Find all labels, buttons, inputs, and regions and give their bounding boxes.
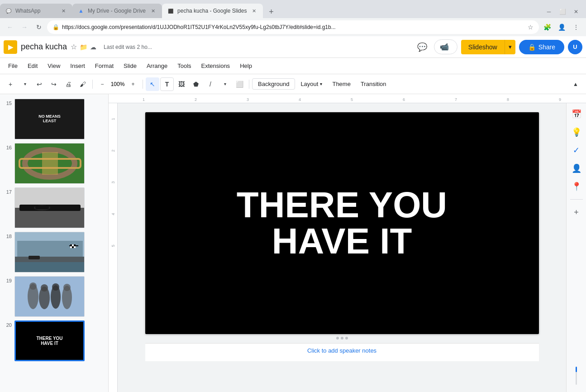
comments-button[interactable]: 💬 bbox=[414, 39, 430, 55]
slide-thumb-16[interactable]: 16 bbox=[2, 142, 106, 185]
image-tool[interactable]: 🖼 bbox=[175, 77, 188, 91]
menu-extensions[interactable]: Extensions bbox=[197, 61, 235, 71]
menu-format[interactable]: Format bbox=[91, 61, 118, 71]
toolbar-add[interactable]: + bbox=[4, 77, 17, 91]
textbox-tool[interactable]: ⬜ bbox=[233, 77, 246, 91]
app-bar-right: 💬 📹 Slideshow ▾ 🔒 Share U bbox=[414, 39, 582, 55]
meet-button[interactable]: 📹 bbox=[434, 39, 457, 54]
add-plugin-icon[interactable]: + bbox=[569, 205, 584, 220]
toolbar-redo[interactable]: ↪ bbox=[47, 77, 61, 91]
maps-icon[interactable]: 📍 bbox=[569, 179, 584, 194]
main-slide-text: THERE YOU HAVE IT bbox=[237, 187, 447, 259]
contacts-icon[interactable]: 👤 bbox=[569, 161, 584, 176]
notes-add-label[interactable]: add speaker notes bbox=[328, 347, 376, 354]
slide-16-graphic bbox=[15, 143, 84, 184]
window-restore[interactable]: ⬜ bbox=[556, 5, 569, 18]
slideshow-button[interactable]: Slideshow bbox=[461, 40, 505, 54]
slide-thumb-19[interactable]: 19 bbox=[2, 275, 106, 318]
address-bar[interactable]: 🔒 https://docs.google.com/presentation/d… bbox=[47, 20, 539, 34]
svg-rect-15 bbox=[70, 244, 72, 246]
toolbar-undo[interactable]: ↩ bbox=[33, 77, 46, 91]
profile-icon[interactable]: 👤 bbox=[555, 21, 568, 33]
app-title-section: pecha kucha ☆ 📁 ☁ bbox=[21, 42, 96, 52]
share-button[interactable]: 🔒 Share bbox=[519, 40, 564, 54]
tab-slides-close[interactable]: ✕ bbox=[250, 7, 257, 14]
slide-thumb-17[interactable]: 17 bbox=[2, 186, 106, 229]
menu-slide[interactable]: Slide bbox=[119, 61, 141, 71]
tasks-icon[interactable]: ✓ bbox=[569, 143, 584, 158]
menu-insert[interactable]: Insert bbox=[66, 61, 90, 71]
window-close[interactable]: ✕ bbox=[570, 5, 582, 18]
slide-thumbnail-19[interactable] bbox=[14, 276, 85, 317]
divider-1 bbox=[92, 80, 93, 89]
slide-thumb-20[interactable]: 20 THERE YOUHAVE IT bbox=[2, 320, 106, 362]
toolbar-dropdown[interactable]: ▾ bbox=[18, 77, 32, 91]
svg-rect-19 bbox=[72, 246, 74, 248]
notes-click-label: Click to bbox=[307, 347, 327, 354]
forward-button[interactable]: → bbox=[18, 21, 31, 33]
menu-file[interactable]: File bbox=[4, 61, 22, 71]
scroll-track bbox=[576, 367, 577, 385]
slide-num-15: 15 bbox=[3, 99, 12, 106]
slide-thumbnail-15[interactable]: NO MEANSLEAST bbox=[14, 99, 85, 139]
speaker-notes-area[interactable]: Click to add speaker notes bbox=[145, 343, 539, 361]
menu-edit[interactable]: Edit bbox=[23, 61, 42, 71]
slideshow-dropdown[interactable]: ▾ bbox=[505, 40, 515, 54]
ruler-mark-7: 7 bbox=[430, 97, 482, 102]
window-minimize[interactable]: ─ bbox=[543, 5, 555, 18]
calendar-icon[interactable]: 📅 bbox=[569, 107, 584, 121]
slide-thumbnail-20[interactable]: THERE YOUHAVE IT bbox=[14, 320, 85, 361]
select-tool[interactable]: ↖ bbox=[146, 77, 159, 91]
zoom-area: − 100% + bbox=[95, 77, 140, 91]
cloud-icon[interactable]: ☁ bbox=[90, 43, 96, 51]
line-dropdown[interactable]: ▾ bbox=[218, 77, 232, 91]
new-tab-button[interactable]: + bbox=[265, 5, 277, 18]
toolbar-format-paint[interactable]: 🖌 bbox=[76, 77, 90, 91]
ruler-mark-9: 9 bbox=[534, 97, 586, 102]
extensions-icon[interactable]: 🧩 bbox=[541, 21, 553, 33]
slide-thumb-15[interactable]: 15 NO MEANSLEAST bbox=[2, 98, 106, 140]
menu-icon[interactable]: ⋮ bbox=[570, 21, 582, 33]
browser-nav-icons: 🧩 👤 ⋮ bbox=[541, 21, 582, 33]
bookmark-icon[interactable]: ☆ bbox=[528, 24, 534, 31]
shape-tool[interactable]: ⬟ bbox=[189, 77, 203, 91]
refresh-button[interactable]: ↻ bbox=[33, 21, 45, 33]
slide-thumbnail-16[interactable] bbox=[14, 143, 85, 184]
back-button[interactable]: ← bbox=[4, 21, 16, 33]
slide-20-text: THERE YOUHAVE IT bbox=[36, 336, 62, 346]
tab-whatsapp[interactable]: 💬 WhatsApp ✕ bbox=[0, 4, 72, 18]
transition-button[interactable]: Transition bbox=[356, 79, 391, 89]
slide-thumbnail-17[interactable] bbox=[14, 187, 85, 228]
menu-tools[interactable]: Tools bbox=[173, 61, 195, 71]
slide-num-18: 18 bbox=[3, 232, 12, 239]
layout-button[interactable]: Layout ▾ bbox=[296, 79, 327, 89]
user-avatar[interactable]: U bbox=[568, 40, 582, 54]
background-button[interactable]: Background bbox=[252, 78, 295, 90]
menu-arrange[interactable]: Arrange bbox=[142, 61, 172, 71]
ruler-mark-4: 4 bbox=[274, 97, 326, 102]
theme-button[interactable]: Theme bbox=[328, 79, 355, 89]
slide-thumb-18[interactable]: 18 bbox=[2, 231, 106, 273]
slide-dots bbox=[336, 337, 348, 339]
right-panel: 📅 💡 ✓ 👤 📍 + bbox=[566, 103, 586, 392]
keep-icon[interactable]: 💡 bbox=[569, 125, 584, 139]
zoom-in[interactable]: + bbox=[126, 77, 140, 91]
collapse-toolbar[interactable]: ▲ bbox=[569, 77, 582, 91]
ruler-mark-5: 5 bbox=[326, 97, 378, 102]
zoom-out[interactable]: − bbox=[95, 77, 109, 91]
star-icon[interactable]: ☆ bbox=[71, 43, 77, 51]
tab-drive[interactable]: ▲ My Drive - Google Drive ✕ bbox=[72, 4, 162, 18]
tab-drive-close[interactable]: ✕ bbox=[149, 7, 157, 14]
menu-help[interactable]: Help bbox=[235, 61, 257, 71]
tab-slides[interactable]: ⬛ pecha kucha - Google Slides ✕ bbox=[162, 4, 263, 18]
text-tool[interactable]: T bbox=[160, 77, 174, 91]
main-slide-canvas[interactable]: THERE YOU HAVE IT bbox=[145, 112, 539, 334]
folder-icon[interactable]: 📁 bbox=[80, 43, 87, 51]
tab-whatsapp-close[interactable]: ✕ bbox=[60, 7, 67, 14]
dot-3 bbox=[345, 337, 348, 339]
toolbar-print[interactable]: 🖨 bbox=[62, 77, 75, 91]
line-tool[interactable]: / bbox=[204, 77, 217, 91]
tab-bar: 💬 WhatsApp ✕ ▲ My Drive - Google Drive ✕… bbox=[0, 0, 586, 18]
menu-view[interactable]: View bbox=[43, 61, 65, 71]
slide-thumbnail-18[interactable] bbox=[14, 232, 85, 272]
